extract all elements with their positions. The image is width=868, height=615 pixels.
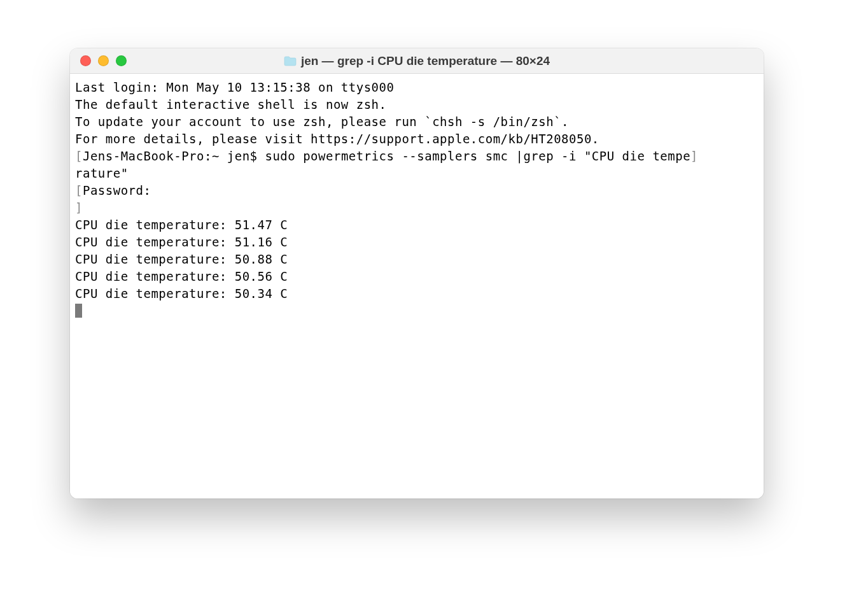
maximize-icon[interactable] [116, 55, 127, 66]
output-line-4: CPU die temperature: 50.56 C [75, 268, 759, 285]
window-title: jen — grep -i CPU die temperature — 80×2… [301, 54, 550, 68]
prompt-text: Jens-MacBook-Pro:~ jen$ sudo powermetric… [83, 149, 690, 163]
close-icon[interactable] [80, 55, 91, 66]
terminal-output[interactable]: Last login: Mon May 10 13:15:38 on ttys0… [70, 74, 764, 498]
folder-icon [284, 56, 297, 66]
output-line-5: CPU die temperature: 50.34 C [75, 285, 759, 302]
zsh-notice-line-3: For more details, please visit https://s… [75, 131, 759, 148]
output-line-3: CPU die temperature: 50.88 C [75, 251, 759, 268]
last-login-line: Last login: Mon May 10 13:15:38 on ttys0… [75, 79, 759, 96]
bracket-open-2: [ [75, 183, 83, 197]
bracket-close-2: ] [75, 201, 83, 215]
prompt-line: [Jens-MacBook-Pro:~ jen$ sudo powermetri… [75, 148, 759, 165]
zsh-notice-line-2: To update your account to use zsh, pleas… [75, 113, 759, 131]
terminal-window: jen — grep -i CPU die temperature — 80×2… [70, 48, 764, 498]
cursor-line [75, 302, 759, 320]
window-controls [80, 55, 127, 66]
window-title-area: jen — grep -i CPU die temperature — 80×2… [70, 54, 764, 68]
password-line: [Password:] [75, 182, 759, 216]
minimize-icon[interactable] [98, 55, 109, 66]
titlebar: jen — grep -i CPU die temperature — 80×2… [70, 48, 764, 74]
bracket-close: ] [690, 149, 698, 163]
output-line-2: CPU die temperature: 51.16 C [75, 234, 759, 251]
bracket-open: [ [75, 149, 83, 163]
zsh-notice-line-1: The default interactive shell is now zsh… [75, 96, 759, 113]
password-prompt: Password: [83, 183, 151, 197]
output-line-1: CPU die temperature: 51.47 C [75, 216, 759, 234]
prompt-continuation: rature" [75, 165, 759, 182]
cursor-icon [75, 304, 82, 318]
